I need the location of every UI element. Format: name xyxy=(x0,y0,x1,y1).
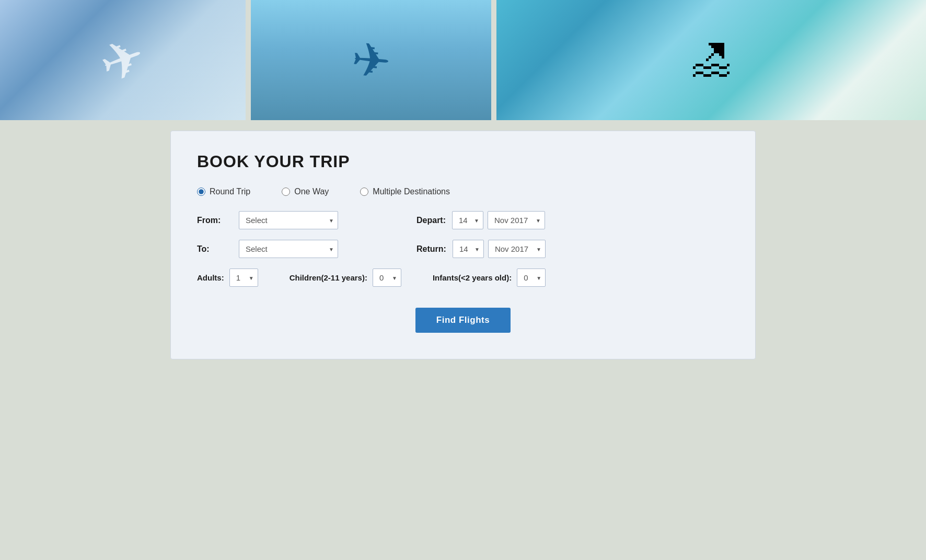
one-way-label: One Way xyxy=(294,187,329,196)
infants-select-wrapper: 0 1 2 xyxy=(517,269,546,287)
booking-card: BOOK YOUR TRIP Round Trip One Way Multip… xyxy=(170,131,756,359)
to-return-row: To: Select Return: 14 xyxy=(197,240,729,258)
to-label: To: xyxy=(197,244,234,254)
multiple-destinations-radio[interactable] xyxy=(360,188,368,196)
one-way-radio[interactable] xyxy=(282,188,290,196)
depart-day-wrapper: 14 xyxy=(452,211,483,229)
infants-label: Infants(<2 years old): xyxy=(433,273,512,282)
depart-label: Depart: xyxy=(416,216,446,225)
to-select[interactable]: Select xyxy=(239,240,338,258)
depart-date-selects: 14 Nov 2017 xyxy=(452,211,545,229)
return-day-wrapper: 14 xyxy=(453,240,484,258)
from-select[interactable]: Select xyxy=(239,211,338,229)
depart-month-select[interactable]: Nov 2017 xyxy=(488,211,545,229)
trip-type-row: Round Trip One Way Multiple Destinations xyxy=(197,187,729,196)
round-trip-option[interactable]: Round Trip xyxy=(197,187,250,196)
hero-image-3 xyxy=(496,0,926,120)
round-trip-label: Round Trip xyxy=(210,187,250,196)
from-depart-row: From: Select Depart: 14 xyxy=(197,211,729,229)
infants-group: Infants(<2 years old): 0 1 2 xyxy=(433,269,546,287)
infants-select[interactable]: 0 1 2 xyxy=(517,269,546,287)
return-month-select[interactable]: Nov 2017 xyxy=(488,240,546,258)
passengers-row: Adults: 1 2 3 4 5 Children(2-11 years): xyxy=(197,269,729,287)
to-select-wrapper: Select xyxy=(239,240,338,258)
page-wrapper: BOOK YOUR TRIP Round Trip One Way Multip… xyxy=(0,0,926,370)
return-date-selects: 14 Nov 2017 xyxy=(453,240,546,258)
children-group: Children(2-11 years): 0 1 2 3 xyxy=(290,269,401,287)
return-day-select[interactable]: 14 xyxy=(453,240,484,258)
adults-label: Adults: xyxy=(197,273,224,282)
depart-day-select[interactable]: 14 xyxy=(452,211,483,229)
return-label: Return: xyxy=(416,244,446,254)
hero-image-1 xyxy=(0,0,246,120)
multiple-destinations-label: Multiple Destinations xyxy=(373,187,450,196)
to-section: To: Select xyxy=(197,240,364,258)
round-trip-radio[interactable] xyxy=(197,188,205,196)
return-section: Return: 14 Nov 2017 xyxy=(364,240,729,258)
from-select-wrapper: Select xyxy=(239,211,338,229)
main-content: BOOK YOUR TRIP Round Trip One Way Multip… xyxy=(0,120,926,370)
children-select-wrapper: 0 1 2 3 xyxy=(373,269,401,287)
multiple-destinations-option[interactable]: Multiple Destinations xyxy=(360,187,450,196)
adults-select-wrapper: 1 2 3 4 5 xyxy=(229,269,258,287)
children-select[interactable]: 0 1 2 3 xyxy=(373,269,401,287)
depart-section: Depart: 14 Nov 2017 xyxy=(364,211,729,229)
booking-title: BOOK YOUR TRIP xyxy=(197,152,729,171)
from-section: From: Select xyxy=(197,211,364,229)
return-month-wrapper: Nov 2017 xyxy=(488,240,546,258)
depart-month-wrapper: Nov 2017 xyxy=(488,211,545,229)
hero-image-2 xyxy=(251,0,491,120)
children-label: Children(2-11 years): xyxy=(290,273,367,282)
find-flights-button[interactable]: Find Flights xyxy=(415,308,511,333)
hero-strip xyxy=(0,0,926,120)
from-label: From: xyxy=(197,216,234,225)
one-way-option[interactable]: One Way xyxy=(282,187,329,196)
adults-select[interactable]: 1 2 3 4 5 xyxy=(229,269,258,287)
adults-group: Adults: 1 2 3 4 5 xyxy=(197,269,258,287)
